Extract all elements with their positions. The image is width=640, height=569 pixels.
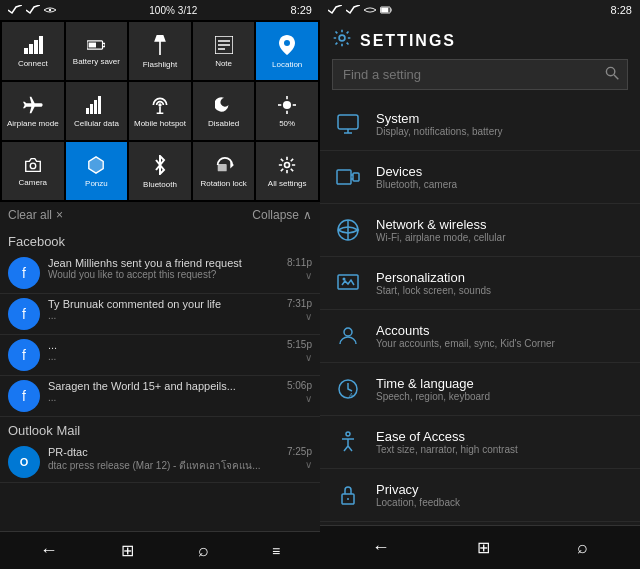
svg-point-31 [606,67,614,75]
notif-fb-4-title: Saragen the World 15+ and happeils... [48,380,283,392]
menu-button-left[interactable]: ≡ [272,543,280,559]
settings-item-personalization[interactable]: Personalization Start, lock screen, soun… [320,257,640,310]
privacy-icon [332,479,364,511]
settings-item-system[interactable]: System Display, notifications, battery [320,98,640,151]
brightness-icon [277,96,297,117]
status-bar-left: 100% 3/12 8:29 [0,0,320,20]
search-button-left[interactable]: ⌕ [198,540,209,561]
svg-rect-33 [338,115,358,129]
notif-fb-1-body: Would you like to accept this request? [48,269,283,280]
clear-all-button[interactable]: Clear all × [8,208,63,222]
notif-fb-4[interactable]: f Saragen the World 15+ and happeils... … [0,376,320,417]
back-button-left[interactable]: ← [40,540,58,561]
settings-item-network[interactable]: Network & wireless Wi-Fi, airplane mode,… [320,204,640,257]
notif-fb-4-content: Saragen the World 15+ and happeils... ..… [48,380,283,403]
battery-info-left: 100% 3/12 [149,5,197,16]
tile-location[interactable]: Location [256,22,318,80]
notif-fb-2[interactable]: f Ty Brunuak commented on your life ... … [0,294,320,335]
svg-text:A: A [348,392,353,398]
svg-point-27 [285,162,290,167]
fb-avatar-3: f [8,339,40,371]
notif-fb-2-time: 7:31p ∨ [287,298,312,322]
all-settings-icon [277,156,297,177]
status-icons-left [8,5,56,15]
tile-camera[interactable]: Camera [2,142,64,200]
outlook-group-header: Outlook Mail [0,417,320,442]
tile-cellular[interactable]: Cellular data [66,82,128,140]
notif-fb-1-title: Jean Millienhs sent you a friend request [48,257,283,269]
tile-airplane-label: Airplane mode [7,120,59,129]
svg-rect-15 [98,96,101,114]
notif-fb-3-content: ... ... [48,339,283,362]
notif-outlook-1-body: dtac press release (Mar 12) - ตีแทคเอาโจ… [48,458,283,473]
svg-point-43 [343,278,346,281]
left-bottom-bar: ← ⊞ ⌕ ≡ [0,531,320,569]
tile-airplane[interactable]: Airplane mode [2,82,64,140]
settings-item-privacy[interactable]: Privacy Location, feedback [320,469,640,522]
tile-disabled-label: Disabled [208,120,239,129]
personalization-text: Personalization Start, lock screen, soun… [376,270,628,296]
notif-fb-3-body: ... [48,351,283,362]
tile-bluetooth[interactable]: Bluetooth [129,142,191,200]
network-subtitle: Wi-Fi, airplane mode, cellular [376,232,628,243]
notif-fb-2-content: Ty Brunuak commented on your life ... [48,298,283,321]
facebook-group-header: Facebook [0,228,320,253]
svg-point-16 [158,103,161,106]
tile-ponzu[interactable]: Ponzu [66,142,128,200]
tile-flashlight[interactable]: Flashlight [129,22,191,80]
settings-item-devices[interactable]: Devices Bluetooth, camera [320,151,640,204]
svg-point-47 [346,432,350,436]
personalization-title: Personalization [376,270,628,285]
tile-hotspot-label: Mobile hotspot [134,120,186,129]
network-icon [332,214,364,246]
notif-fb-4-body: ... [48,392,283,403]
accessibility-text: Ease of Access Text size, narrator, high… [376,429,628,455]
time-text: Time & language Speech, region, keyboard [376,376,628,402]
tile-note[interactable]: Note [193,22,255,80]
tile-battery[interactable]: Battery saver [66,22,128,80]
hotspot-icon [150,96,170,117]
notif-outlook-1[interactable]: O PR-dtac dtac press release (Mar 12) - … [0,442,320,483]
time-right: 8:28 [611,4,632,16]
collapse-button[interactable]: Collapse ∧ [252,208,312,222]
tile-note-label: Note [215,60,232,69]
notif-fb-2-title: Ty Brunuak commented on your life [48,298,283,310]
note-icon [215,36,233,57]
home-button-right[interactable]: ⊞ [477,538,490,557]
tile-rotation[interactable]: Rotation lock [193,142,255,200]
svg-point-30 [339,35,345,41]
settings-item-time[interactable]: A Time & language Speech, region, keyboa… [320,363,640,416]
notif-fb-3[interactable]: f ... ... 5:15p ∨ [0,335,320,376]
settings-item-accessibility[interactable]: Ease of Access Text size, narrator, high… [320,416,640,469]
svg-rect-4 [39,36,43,54]
notif-fb-1-time: 8:11p ∨ [287,257,312,281]
tile-connect[interactable]: Connect [2,22,64,80]
search-icon[interactable] [597,66,627,83]
facebook-group: Facebook f Jean Millienhs sent you a fri… [0,228,320,417]
search-input[interactable] [333,60,597,89]
notif-fb-1-content: Jean Millienhs sent you a friend request… [48,257,283,280]
time-icon: A [332,373,364,405]
search-button-right[interactable]: ⌕ [577,537,588,558]
home-button-left[interactable]: ⊞ [121,541,134,560]
tile-hotspot[interactable]: Mobile hotspot [129,82,191,140]
notif-fb-1[interactable]: f Jean Millienhs sent you a friend reque… [0,253,320,294]
tile-connect-label: Connect [18,60,48,69]
tile-disabled[interactable]: Disabled [193,82,255,140]
status-icons-right [328,5,392,15]
fb-avatar-2: f [8,298,40,330]
left-panel: 100% 3/12 8:29 Connect Battery saver Fla… [0,0,320,569]
svg-point-44 [344,328,352,336]
devices-text: Devices Bluetooth, camera [376,164,628,190]
tile-brightness[interactable]: 50% [256,82,318,140]
privacy-title: Privacy [376,482,628,497]
ponzu-icon [86,156,106,177]
notif-fb-3-title: ... [48,339,283,351]
back-button-right[interactable]: ← [372,537,390,558]
settings-item-accounts[interactable]: Accounts Your accounts, email, sync, Kid… [320,310,640,363]
notif-outlook-1-time: 7:25p ∨ [287,446,312,470]
camera-icon [23,157,43,176]
accounts-text: Accounts Your accounts, email, sync, Kid… [376,323,628,349]
tile-all-settings[interactable]: All settings [256,142,318,200]
status-bar-right: 8:28 [320,0,640,20]
